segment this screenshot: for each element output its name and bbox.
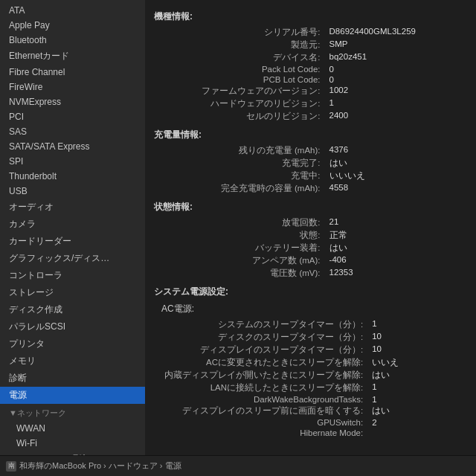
sidebar-item[interactable]: ATA bbox=[0, 3, 145, 18]
sidebar-item[interactable]: SAS bbox=[0, 124, 145, 139]
ac-field-label: DarkWakeBackgroundTasks: bbox=[161, 394, 369, 405]
ac-field-value: 2 bbox=[369, 417, 475, 428]
voltage-label: 電圧数 (mV): bbox=[154, 267, 327, 280]
ac-field-label: LANに接続したときにスリープを解除: bbox=[161, 382, 369, 394]
ac-field-label: 内蔵ディスプレイが開いたときにスリープを解除: bbox=[161, 369, 369, 382]
breadcrumb-icon: 南 bbox=[6, 461, 16, 472]
full-capacity-label: 完全充電時の容量 (mAh): bbox=[154, 182, 327, 195]
ac-field-value: いいえ bbox=[369, 356, 475, 369]
ac-field-label: ディスプレイのスリープタイマー（分）: bbox=[161, 344, 369, 356]
discharge-count-label: 放電回数: bbox=[154, 216, 327, 229]
sidebar-item[interactable]: Fibre Channel bbox=[0, 65, 145, 80]
device-value: bq20z451 bbox=[327, 51, 467, 64]
condition-value: 正常 bbox=[327, 229, 467, 242]
pack-lot-label: Pack Lot Code: bbox=[154, 64, 327, 74]
app-window: ATAApple PayBluetoothEthernetカードFibre Ch… bbox=[0, 0, 476, 476]
ac-field-row: GPUSwitch:2 bbox=[161, 417, 475, 428]
breadcrumb-path: 和寿輝のMacBook Pro › ハードウェア › 電源 bbox=[19, 460, 181, 472]
condition-label: 状態: bbox=[154, 229, 327, 242]
discharge-count-value: 21 bbox=[327, 216, 467, 229]
sidebar-item[interactable]: Apple Pay bbox=[0, 18, 145, 33]
status-section-title: 状態情報: bbox=[154, 201, 467, 213]
ac-field-label: Hibernate Mode: bbox=[161, 428, 369, 438]
sidebar-item[interactable]: PCI bbox=[0, 109, 145, 124]
device-label: デバイス名: bbox=[154, 51, 327, 64]
sidebar-item[interactable]: グラフィックス/ディス… bbox=[0, 250, 145, 267]
voltage-value: 12353 bbox=[327, 267, 467, 280]
sidebar-item[interactable]: Thunderbolt bbox=[0, 169, 145, 184]
content-area: ATAApple PayBluetoothEthernetカードFibre Ch… bbox=[0, 0, 476, 455]
ac-field-row: LANに接続したときにスリープを解除:1 bbox=[161, 382, 475, 394]
sidebar-item[interactable]: メモリ bbox=[0, 353, 145, 370]
battery-installed-value: はい bbox=[327, 242, 467, 254]
sidebar-item[interactable]: Wi-Fi bbox=[0, 436, 145, 451]
sidebar-item[interactable]: ▼ネットワーク bbox=[0, 404, 145, 421]
ac-field-row: システムのスリープタイマー（分）:1 bbox=[161, 318, 475, 331]
ac-field-label: GPUSwitch: bbox=[161, 417, 369, 428]
cell-rev-value: 2400 bbox=[327, 110, 467, 123]
ac-info-table: システムのスリープタイマー（分）:1ディスクのスリープタイマー（分）:10ディス… bbox=[161, 318, 475, 438]
cell-rev-label: セルのリビジョン: bbox=[154, 110, 327, 123]
sidebar-item[interactable]: SPI bbox=[0, 154, 145, 169]
charged-value: はい bbox=[327, 157, 467, 170]
sidebar-item[interactable]: USB bbox=[0, 184, 145, 199]
sidebar-item[interactable]: ストレージ bbox=[0, 284, 145, 301]
ac-field-row: ディスプレイのスリープ前に画面を暗くする:はい bbox=[161, 405, 475, 417]
ac-field-value: はい bbox=[369, 369, 475, 382]
ac-field-row: DarkWakeBackgroundTasks:1 bbox=[161, 394, 475, 405]
pcb-lot-label: PCB Lot Code: bbox=[154, 74, 327, 85]
charging-label: 充電中: bbox=[154, 170, 327, 182]
ac-field-value bbox=[369, 428, 475, 438]
battery-installed-label: バッテリー装着: bbox=[154, 242, 327, 254]
sidebar-item[interactable]: オーディオ bbox=[0, 199, 145, 216]
ac-field-label: ACに変更されたときにスリープを解除: bbox=[161, 356, 369, 369]
ac-field-label: システムのスリープタイマー（分）: bbox=[161, 318, 369, 331]
ac-field-value: 10 bbox=[369, 331, 475, 344]
sidebar-item[interactable]: カードリーダー bbox=[0, 233, 145, 250]
sidebar-item[interactable]: 診断 bbox=[0, 370, 145, 387]
full-capacity-value: 4558 bbox=[327, 182, 467, 195]
machine-info-table: シリアル番号: D86924400GML3L259 製造元: SMP デバイス名… bbox=[154, 26, 467, 123]
sidebar-item[interactable]: SATA/SATA Express bbox=[0, 139, 145, 154]
sidebar-item[interactable]: NVMExpress bbox=[0, 94, 145, 109]
main-content: 機種情報: シリアル番号: D86924400GML3L259 製造元: SMP… bbox=[145, 0, 476, 455]
bottom-bar: 南 和寿輝のMacBook Pro › ハードウェア › 電源 bbox=[0, 455, 476, 476]
sidebar-item[interactable]: 電源 bbox=[0, 387, 145, 404]
sidebar-item[interactable]: ディスク作成 bbox=[0, 301, 145, 318]
ac-field-row: 内蔵ディスプレイが開いたときにスリープを解除:はい bbox=[161, 369, 475, 382]
ac-field-row: ディスプレイのスリープタイマー（分）:10 bbox=[161, 344, 475, 356]
sidebar-item[interactable]: Bluetooth bbox=[0, 33, 145, 48]
sidebar-item[interactable]: WWAN bbox=[0, 421, 145, 436]
sidebar-item[interactable]: カメラ bbox=[0, 216, 145, 233]
pcb-lot-value: 0 bbox=[327, 74, 467, 85]
manufacturer-value: SMP bbox=[327, 39, 467, 51]
firmware-value: 1002 bbox=[327, 85, 467, 97]
sidebar-item[interactable]: FireWire bbox=[0, 80, 145, 94]
ac-section-title: AC電源: bbox=[161, 303, 467, 315]
sidebar-item[interactable]: コントローラ bbox=[0, 267, 145, 284]
ac-field-value: 1 bbox=[369, 318, 475, 331]
hardware-rev-value: 1 bbox=[327, 97, 467, 110]
sidebar-item[interactable]: プリンタ bbox=[0, 335, 145, 353]
ampere-value: -406 bbox=[327, 254, 467, 267]
ampere-label: アンペア数 (mA): bbox=[154, 254, 327, 267]
ac-field-value: 10 bbox=[369, 344, 475, 356]
sidebar-item[interactable]: パラレルSCSI bbox=[0, 318, 145, 335]
remaining-label: 残りの充電量 (mAh): bbox=[154, 144, 327, 157]
ac-field-value: 1 bbox=[369, 382, 475, 394]
ac-field-label: ディスクのスリープタイマー（分）: bbox=[161, 331, 369, 344]
charge-section-title: 充電量情報: bbox=[154, 129, 467, 141]
ac-field-row: Hibernate Mode: bbox=[161, 428, 475, 438]
serial-label: シリアル番号: bbox=[154, 26, 327, 39]
ac-field-value: はい bbox=[369, 405, 475, 417]
status-info-table: 放電回数: 21 状態: 正常 バッテリー装着: はい アンペア数 (mA): … bbox=[154, 216, 467, 280]
sidebar-item[interactable]: Ethernetカード bbox=[0, 48, 145, 65]
ac-field-value: 1 bbox=[369, 394, 475, 405]
remaining-value: 4376 bbox=[327, 144, 467, 157]
manufacturer-label: 製造元: bbox=[154, 39, 327, 51]
machine-section-title: 機種情報: bbox=[154, 10, 467, 23]
ac-field-label: ディスプレイのスリープ前に画面を暗くする: bbox=[161, 405, 369, 417]
system-power-section-title: システム電源設定: bbox=[154, 286, 467, 298]
sidebar: ATAApple PayBluetoothEthernetカードFibre Ch… bbox=[0, 0, 145, 455]
charging-value: いいいえ bbox=[327, 170, 467, 182]
